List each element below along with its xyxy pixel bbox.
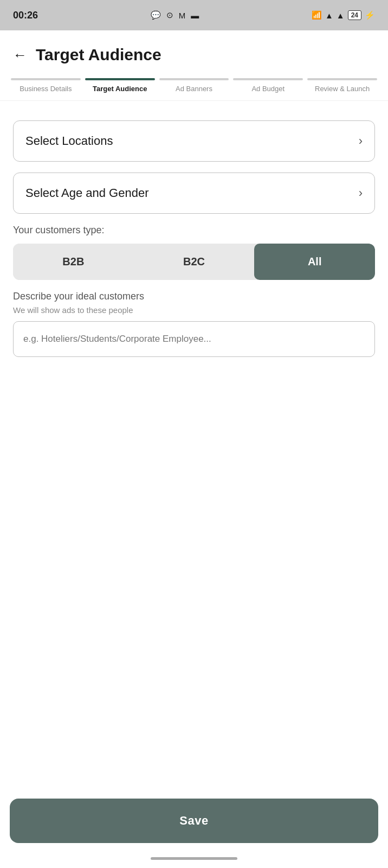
describe-title: Describe your ideal customers [13, 291, 375, 302]
header: ← Target Audience [0, 30, 388, 74]
signal2-icon: ▲ [337, 11, 345, 20]
step-label-review: Review & Launch [315, 85, 370, 94]
customer-type-all[interactable]: All [254, 244, 375, 280]
step-bar-banners [159, 78, 229, 80]
progress-steps: Business Details Target Audience Ad Bann… [0, 74, 388, 101]
sms-icon: ▬ [191, 11, 199, 20]
step-label-budget: Ad Budget [251, 85, 284, 94]
step-business-details[interactable]: Business Details [9, 74, 83, 100]
step-bar-budget [233, 78, 303, 80]
home-indicator [0, 848, 388, 868]
customer-type-b2c[interactable]: B2C [134, 244, 255, 280]
step-bar-review [307, 78, 377, 80]
message-icon: 💬 [151, 10, 161, 20]
wifi-icon: 📶 [312, 10, 322, 20]
page-title: Target Audience [36, 46, 161, 64]
spacer [13, 368, 375, 776]
step-bar-target [85, 78, 155, 80]
save-button-wrap: Save [0, 789, 388, 848]
select-locations-button[interactable]: Select Locations › [13, 120, 375, 162]
step-label-banners: Ad Banners [176, 85, 212, 94]
step-ad-banners[interactable]: Ad Banners [157, 74, 231, 100]
describe-section: Describe your ideal customers We will sh… [13, 291, 375, 357]
step-label-target: Target Audience [93, 85, 147, 94]
charging-icon: ⚡ [365, 10, 375, 20]
chevron-right-age-icon: › [359, 186, 363, 200]
status-bar: 00:26 💬 ⊙ M ▬ 📶 ▲ ▲ 24 ⚡ [0, 0, 388, 30]
customer-type-group: B2B B2C All [13, 244, 375, 280]
save-button[interactable]: Save [10, 799, 378, 843]
step-target-audience[interactable]: Target Audience [83, 74, 157, 100]
customer-type-b2b[interactable]: B2B [13, 244, 134, 280]
status-time: 00:26 [13, 10, 38, 21]
chevron-right-locations-icon: › [359, 134, 363, 148]
describe-input[interactable] [13, 321, 375, 357]
customer-type-section: Your customers type: B2B B2C All [13, 225, 375, 280]
gmail-icon: M [179, 11, 186, 20]
notification-icons: 💬 ⊙ M ▬ [151, 10, 199, 20]
select-locations-label: Select Locations [25, 134, 113, 148]
system-icons: 📶 ▲ ▲ 24 ⚡ [312, 10, 375, 20]
describe-subtitle: We will show ads to these people [13, 305, 375, 315]
whatsapp-icon: ⊙ [166, 10, 173, 20]
battery-badge: 24 [348, 10, 361, 20]
select-age-gender-button[interactable]: Select Age and Gender › [13, 173, 375, 214]
back-button[interactable]: ← [13, 47, 27, 63]
step-bar-business [11, 78, 81, 80]
main-content: ← Target Audience Business Details Targe… [0, 30, 388, 868]
step-ad-budget[interactable]: Ad Budget [231, 74, 305, 100]
form-area: Select Locations › Select Age and Gender… [0, 101, 388, 789]
signal-icon: ▲ [325, 11, 333, 20]
step-review-launch[interactable]: Review & Launch [305, 74, 379, 100]
select-age-gender-label: Select Age and Gender [25, 186, 149, 200]
home-bar [151, 857, 237, 860]
customer-type-label: Your customers type: [13, 225, 375, 236]
step-label-business: Business Details [20, 85, 72, 94]
